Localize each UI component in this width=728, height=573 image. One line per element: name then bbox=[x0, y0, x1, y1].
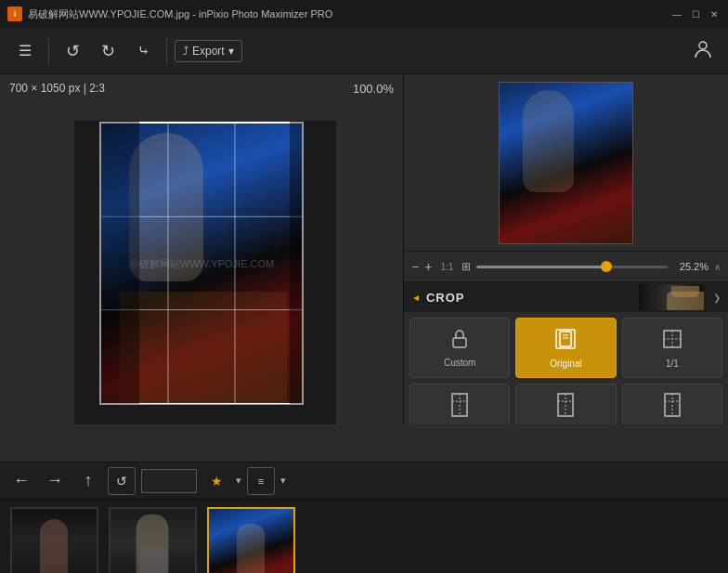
profile-button[interactable] bbox=[687, 35, 719, 67]
redo-button[interactable]: ↻ bbox=[92, 35, 124, 67]
crop-option-original[interactable]: Original bbox=[515, 318, 616, 378]
crop-option-1-1[interactable]: 1/1 bbox=[622, 318, 722, 378]
preview-image bbox=[499, 82, 633, 244]
menu-icon: ☰ bbox=[19, 42, 32, 59]
star-dropdown[interactable]: ▾ bbox=[236, 475, 241, 487]
app-icon: i bbox=[7, 7, 22, 21]
portrait-sm-icon bbox=[449, 392, 470, 422]
zoom-percent-label: 25.2% bbox=[673, 261, 708, 272]
crop-option-custom-label: Custom bbox=[444, 358, 475, 368]
undo-button[interactable]: ↺ bbox=[57, 35, 88, 67]
list-icon: ≡ bbox=[258, 475, 264, 487]
zoom-slider-fill bbox=[476, 266, 606, 268]
zoom-in-button[interactable]: + bbox=[424, 259, 432, 274]
zoom-bar: − + 1:1 ⊞ 25.2% ∧ bbox=[404, 251, 728, 282]
filmstrip-item-3[interactable]: 易破解网站WWW.YPOJIE.COM 易破解网站WWW.YPC... bbox=[204, 507, 297, 573]
filmstrip-toggle-button[interactable]: ≡ bbox=[247, 467, 275, 495]
filmstrip-thumb-3: 易破解网站WWW.YPOJIE.COM bbox=[207, 507, 295, 573]
toolbar-separator-2 bbox=[166, 38, 167, 64]
rotate-button[interactable]: ↺ bbox=[108, 467, 136, 495]
export-arrow-icon: ⤴ bbox=[183, 45, 188, 58]
crop-side-arrow[interactable]: ❯ bbox=[713, 293, 721, 303]
right-panel: − + 1:1 ⊞ 25.2% ∧ ◄ CROP ❯ bbox=[403, 74, 728, 424]
redo-icon: ↻ bbox=[101, 41, 115, 61]
window-controls: — ☐ ✕ bbox=[670, 7, 721, 20]
crop-option-custom[interactable]: Custom bbox=[410, 318, 510, 378]
portrait-md-icon bbox=[555, 392, 576, 422]
svg-rect-5 bbox=[453, 338, 466, 347]
filmstrip-dropdown[interactable]: ▾ bbox=[280, 475, 286, 487]
portrait-lg-icon bbox=[662, 392, 682, 422]
zoom-slider-thumb[interactable] bbox=[601, 261, 612, 272]
original-icon bbox=[553, 327, 578, 355]
crop-preview-thumb bbox=[639, 284, 704, 310]
crop-preview-mini bbox=[141, 469, 197, 493]
crop-options-grid: Custom Original bbox=[404, 312, 728, 424]
zoom-slider-track[interactable] bbox=[476, 266, 668, 268]
export-dropdown-icon: ▾ bbox=[228, 45, 234, 58]
up-button[interactable]: ↑ bbox=[74, 467, 102, 495]
crop-option-3-4[interactable]: 3/4 bbox=[515, 384, 616, 424]
crop-section-header[interactable]: ◄ CROP ❯ bbox=[404, 282, 728, 312]
minimize-button[interactable]: — bbox=[670, 7, 683, 20]
svg-rect-7 bbox=[560, 332, 571, 346]
prev-button[interactable]: ← bbox=[7, 467, 35, 495]
shadow-right bbox=[290, 121, 336, 404]
crop-option-1-1-label: 1/1 bbox=[666, 358, 679, 369]
square-icon bbox=[660, 327, 684, 355]
svg-point-0 bbox=[699, 42, 707, 49]
toolbar-separator bbox=[48, 38, 49, 64]
shadow-left bbox=[74, 121, 139, 404]
svg-rect-6 bbox=[556, 330, 575, 348]
undo-icon: ↺ bbox=[66, 41, 80, 61]
canvas-zoom-percent: 100.0% bbox=[353, 82, 394, 96]
profile-icon bbox=[693, 39, 713, 63]
bottom-toolbar: ← → ↑ ↺ ★ ▾ ≡ ▾ bbox=[0, 462, 728, 499]
titlebar: i 易破解网站WWW.YPOJIE.COM.jpg - inPixio Phot… bbox=[0, 0, 728, 28]
filmstrip: YPOJIE.COM-4.jpg YPOJIE.COM-5.jpg 易破解网站W… bbox=[0, 499, 728, 573]
preview-container bbox=[404, 74, 728, 251]
crop-option-4-5[interactable]: 4/5 bbox=[622, 384, 722, 424]
next-button[interactable]: → bbox=[41, 467, 69, 495]
crop-section-arrow: ◄ bbox=[411, 293, 421, 303]
filmstrip-item-1[interactable]: YPOJIE.COM-4.jpg bbox=[7, 507, 100, 573]
toolbar: ☰ ↺ ↻ ⤷ ⤴ Export ▾ bbox=[0, 28, 728, 74]
canvas-area[interactable]: 700 × 1050 px | 2:3 100.0% 易破解网站WWW.YPOJ… bbox=[0, 74, 403, 424]
main-content: 700 × 1050 px | 2:3 100.0% 易破解网站WWW.YPOJ… bbox=[0, 74, 728, 462]
close-button[interactable]: ✕ bbox=[708, 7, 721, 20]
forward-button[interactable]: ⤷ bbox=[127, 35, 159, 67]
filmstrip-thumb-2 bbox=[109, 507, 197, 573]
zoom-out-button[interactable]: − bbox=[411, 259, 419, 274]
zoom-collapse-button[interactable]: ∧ bbox=[714, 262, 721, 272]
filmstrip-item-2[interactable]: YPOJIE.COM-5.jpg bbox=[106, 507, 199, 573]
forward-icon: ⤷ bbox=[137, 42, 150, 59]
crop-option-2-3[interactable]: 2/3 (4x6) bbox=[410, 384, 510, 424]
zoom-11-label: 1:1 bbox=[437, 262, 456, 272]
lock-icon bbox=[448, 328, 471, 354]
zoom-fit-button[interactable]: ⊞ bbox=[462, 260, 471, 273]
export-button[interactable]: ⤴ Export ▾ bbox=[175, 40, 242, 62]
shadow-bottom bbox=[74, 404, 336, 424]
export-label: Export bbox=[192, 45, 225, 58]
canvas-info: 700 × 1050 px | 2:3 bbox=[9, 82, 105, 95]
menu-button[interactable]: ☰ bbox=[9, 35, 41, 67]
window-title: 易破解网站WWW.YPOJIE.COM.jpg - inPixio Photo … bbox=[28, 7, 670, 21]
filmstrip-thumb-1 bbox=[10, 507, 98, 573]
crop-section-label: CROP bbox=[426, 291, 465, 305]
star-button[interactable]: ★ bbox=[202, 467, 230, 495]
maximize-button[interactable]: ☐ bbox=[689, 7, 702, 20]
crop-option-original-label: Original bbox=[550, 358, 581, 369]
